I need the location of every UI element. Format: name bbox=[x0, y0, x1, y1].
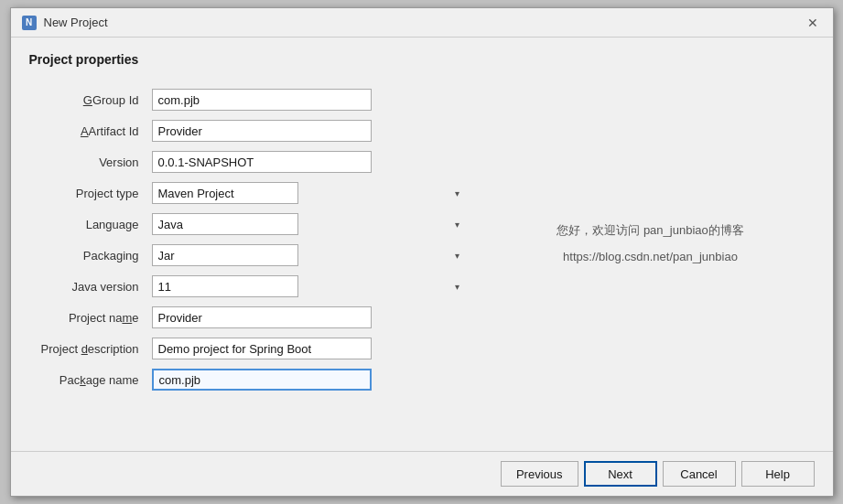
version-cell bbox=[148, 149, 469, 175]
language-arrow: ▾ bbox=[455, 220, 459, 230]
form-table: GGroup Id AArtifact Id bbox=[29, 81, 469, 398]
java-version-select[interactable]: 11 8 14 17 bbox=[152, 275, 298, 297]
java-version-cell: 11 8 14 17 ▾ bbox=[148, 273, 469, 299]
language-label: Language bbox=[29, 211, 148, 237]
project-description-cell bbox=[148, 336, 469, 361]
packaging-row: Packaging Jar War ▾ bbox=[29, 242, 469, 268]
title-bar-left: N New Project bbox=[22, 16, 108, 30]
project-name-cell bbox=[148, 305, 469, 330]
project-type-select[interactable]: Maven Project Gradle Project bbox=[152, 182, 298, 204]
group-id-input[interactable] bbox=[152, 89, 372, 111]
section-title: Project properties bbox=[29, 52, 469, 67]
packaging-label: Packaging bbox=[29, 242, 148, 268]
cancel-button[interactable]: Cancel bbox=[663, 461, 736, 487]
project-name-row: Project name bbox=[29, 305, 469, 330]
project-name-label: Project name bbox=[29, 305, 148, 330]
language-cell: Java Kotlin Groovy ▾ bbox=[148, 211, 469, 237]
watermark-line2: https://blog.csdn.net/pan_junbiao bbox=[563, 248, 738, 267]
close-button[interactable]: ✕ bbox=[804, 14, 822, 32]
project-type-arrow: ▾ bbox=[455, 188, 459, 198]
project-type-select-wrap: Maven Project Gradle Project ▾ bbox=[152, 182, 465, 204]
previous-button[interactable]: Previous bbox=[501, 461, 578, 487]
dialog-content: Project properties GGroup Id AArtifact I… bbox=[11, 38, 833, 451]
java-version-label: Java version bbox=[29, 273, 148, 299]
project-type-label: Project type bbox=[29, 180, 148, 206]
project-name-input[interactable] bbox=[152, 306, 372, 328]
new-project-dialog: N New Project ✕ Project properties GGrou… bbox=[10, 7, 834, 497]
project-description-input[interactable] bbox=[152, 338, 372, 359]
package-name-cell bbox=[148, 367, 469, 392]
project-type-cell: Maven Project Gradle Project ▾ bbox=[148, 180, 469, 206]
artifact-id-cell bbox=[148, 118, 469, 144]
artifact-id-row: AArtifact Id bbox=[29, 118, 469, 144]
watermark-line1: 您好，欢迎访问 pan_junbiao的博客 bbox=[557, 221, 743, 241]
packaging-select[interactable]: Jar War bbox=[152, 244, 298, 266]
artifact-id-label: AArtifact Id bbox=[29, 118, 148, 144]
project-description-label: Project description bbox=[29, 336, 148, 361]
packaging-arrow: ▾ bbox=[455, 251, 459, 261]
version-input[interactable] bbox=[152, 151, 372, 173]
project-type-row: Project type Maven Project Gradle Projec… bbox=[29, 180, 469, 206]
package-name-input[interactable] bbox=[152, 369, 372, 391]
help-button[interactable]: Help bbox=[741, 461, 815, 487]
language-select-wrap: Java Kotlin Groovy ▾ bbox=[152, 213, 465, 235]
packaging-select-wrap: Jar War ▾ bbox=[152, 244, 465, 266]
dialog-footer: Previous Next Cancel Help bbox=[11, 451, 833, 496]
dialog-icon: N bbox=[22, 16, 37, 30]
package-name-row: Package name bbox=[29, 367, 469, 392]
language-select[interactable]: Java Kotlin Groovy bbox=[152, 213, 298, 235]
dialog-title: New Project bbox=[44, 16, 108, 29]
group-id-row: GGroup Id bbox=[29, 87, 469, 113]
group-id-cell bbox=[148, 87, 469, 113]
java-version-select-wrap: 11 8 14 17 ▾ bbox=[152, 275, 465, 297]
packaging-cell: Jar War ▾ bbox=[148, 242, 469, 268]
java-version-arrow: ▾ bbox=[455, 282, 459, 292]
right-panel: 您好，欢迎访问 pan_junbiao的博客 https://blog.csdn… bbox=[487, 52, 815, 436]
group-id-label: GGroup Id bbox=[29, 87, 148, 113]
project-description-row: Project description bbox=[29, 336, 469, 361]
package-name-label: Package name bbox=[29, 367, 148, 392]
version-row: Version bbox=[29, 149, 469, 175]
language-row: Language Java Kotlin Groovy ▾ bbox=[29, 211, 469, 237]
artifact-id-input[interactable] bbox=[152, 120, 372, 142]
left-panel: Project properties GGroup Id AArtifact I… bbox=[29, 52, 469, 436]
next-button[interactable]: Next bbox=[584, 461, 657, 487]
title-bar: N New Project ✕ bbox=[11, 8, 833, 38]
java-version-row: Java version 11 8 14 17 ▾ bbox=[29, 273, 469, 299]
version-label: Version bbox=[29, 149, 148, 175]
